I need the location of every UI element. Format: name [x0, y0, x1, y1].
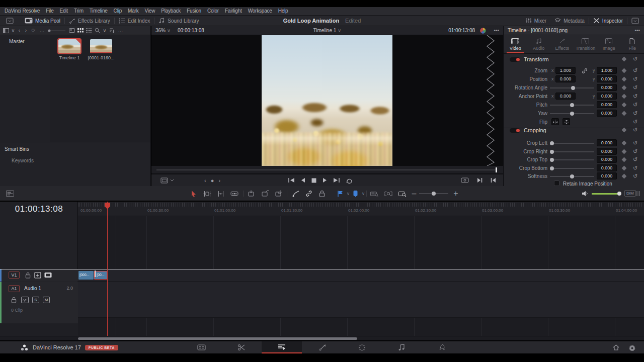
anchor-keyframe-icon[interactable]	[622, 94, 627, 99]
master-volume-slider[interactable]	[592, 193, 620, 195]
replace-clip-button[interactable]	[275, 190, 283, 198]
settings-gear-icon[interactable]	[626, 341, 638, 353]
media-pool-menu-icon[interactable]: …	[117, 27, 124, 34]
bin-list-toggle-icon[interactable]	[3, 27, 9, 34]
go-to-end-button[interactable]	[333, 177, 340, 183]
home-button[interactable]	[610, 341, 622, 353]
step-back-button[interactable]	[301, 177, 305, 183]
zoom-in-button[interactable]: +	[452, 190, 460, 198]
forward-button[interactable]: ›	[24, 27, 28, 34]
link-clips-button[interactable]	[305, 190, 313, 198]
search-icon[interactable]	[94, 27, 101, 34]
viewer-overlay-select[interactable]	[160, 177, 176, 184]
position-reset-icon[interactable]: ↺	[632, 76, 638, 82]
cropping-keyframe-icon[interactable]	[622, 128, 627, 133]
menu-trim[interactable]: Trim	[71, 7, 87, 15]
go-to-in-button[interactable]	[491, 177, 496, 183]
timeline-scrollbar-thumb[interactable]	[78, 337, 357, 340]
ui-layout-toggle[interactable]	[2, 16, 18, 26]
zoom-keyframe-icon[interactable]	[622, 68, 627, 73]
menu-color[interactable]: Color	[204, 7, 222, 15]
position-x-input[interactable]: 0.000	[555, 75, 576, 82]
yaw-reset-icon[interactable]: ↺	[632, 110, 638, 117]
smart-bin-keywords[interactable]: Keywords	[0, 152, 150, 163]
viewer-options-icon[interactable]: •••	[494, 28, 499, 33]
bin-master[interactable]: Master	[0, 35, 50, 44]
menu-fusion[interactable]: Fusion	[184, 7, 204, 15]
cropping-reset-icon[interactable]: ↺	[632, 127, 638, 133]
panel-resize-icon[interactable]	[634, 190, 642, 198]
refresh-icon[interactable]: ⟳	[30, 27, 37, 34]
stop-button[interactable]	[311, 178, 316, 183]
audio-track-lane[interactable]	[78, 282, 644, 317]
more-options-icon[interactable]: …	[39, 27, 45, 34]
go-to-start-button[interactable]	[288, 177, 295, 183]
crop-top-input[interactable]: 0.000	[597, 156, 617, 163]
audio-track-lock-icon[interactable]	[11, 297, 17, 303]
zoom-y-input[interactable]: 1.000	[597, 67, 617, 74]
zoom-reset-icon[interactable]: ↺	[632, 67, 638, 74]
back-button[interactable]: ‹	[17, 27, 22, 34]
anchor-x-input[interactable]: 0.000	[555, 93, 576, 100]
video-track-target[interactable]: V1	[9, 272, 20, 279]
loop-button[interactable]	[346, 177, 353, 184]
crop-bottom-reset-icon[interactable]: ↺	[632, 165, 638, 171]
softness-reset-icon[interactable]: ↺	[632, 173, 638, 179]
softness-input[interactable]: 0.000	[597, 172, 617, 179]
media-pool-button[interactable]: Media Pool	[21, 16, 64, 26]
softness-keyframe-icon[interactable]	[622, 174, 627, 179]
solo-button[interactable]: S	[32, 297, 39, 303]
timeline-clip-2[interactable]: [00...	[94, 271, 107, 280]
timeline-ruler[interactable]: 01:00:00:00 01:00:30:00 01:01:00:00 01:0…	[78, 202, 644, 216]
menu-view[interactable]: View	[141, 7, 158, 15]
menu-help[interactable]: Help	[275, 7, 291, 15]
page-edit[interactable]	[262, 341, 302, 353]
yaw-slider[interactable]	[550, 113, 594, 114]
dynamic-trim-tool[interactable]	[217, 190, 225, 198]
page-fairlight[interactable]	[395, 341, 408, 353]
page-cut[interactable]	[235, 341, 248, 353]
metadata-button[interactable]: Metadata	[550, 16, 589, 26]
softness-slider[interactable]	[550, 176, 594, 177]
flip-horizontal-button[interactable]	[551, 118, 559, 125]
disable-track-icon[interactable]	[44, 272, 52, 278]
inspector-button[interactable]: Inspector	[589, 16, 627, 26]
crop-right-keyframe-icon[interactable]	[622, 149, 627, 154]
audio-track-target[interactable]: A1	[9, 285, 20, 292]
timeline-clip-1[interactable]: [000...	[78, 271, 94, 280]
tab-effects[interactable]: Effects	[550, 35, 574, 53]
menu-clip[interactable]: Clip	[111, 7, 125, 15]
edit-index-button[interactable]: Edit Index	[115, 16, 154, 26]
timeline-zoom-slider[interactable]	[419, 193, 448, 194]
page-color[interactable]	[356, 341, 368, 353]
selection-tool[interactable]	[190, 190, 198, 198]
crop-left-reset-icon[interactable]: ↺	[632, 140, 638, 146]
menu-file[interactable]: File	[43, 7, 56, 15]
mute-button[interactable]: M	[43, 297, 50, 303]
pitch-keyframe-icon[interactable]	[622, 103, 627, 108]
crop-right-slider[interactable]	[550, 151, 594, 152]
tab-transition[interactable]: Transition	[574, 35, 598, 53]
color-viewer-icon[interactable]	[480, 28, 486, 34]
page-fusion[interactable]	[316, 341, 329, 353]
clip-thumbnail-png[interactable]	[90, 39, 112, 53]
crop-top-reset-icon[interactable]: ↺	[632, 156, 638, 163]
menu-app[interactable]: DaVinci Resolve	[2, 7, 43, 15]
crop-top-slider[interactable]	[550, 159, 594, 160]
tab-audio[interactable]: Audio	[527, 35, 551, 53]
playhead-line[interactable]	[107, 202, 108, 336]
pitch-input[interactable]: 0.000	[597, 101, 617, 108]
crop-right-reset-icon[interactable]: ↺	[632, 148, 638, 155]
yaw-keyframe-icon[interactable]	[622, 111, 627, 116]
cropping-toggle[interactable]	[510, 128, 520, 133]
tab-file[interactable]: File	[621, 35, 644, 53]
full-extent-zoom-button[interactable]	[370, 190, 378, 198]
trim-edit-tool[interactable]	[203, 190, 211, 198]
rotation-reset-icon[interactable]: ↺	[632, 84, 638, 91]
clip-thumbnail-timeline1[interactable]	[58, 39, 80, 53]
crop-bottom-slider[interactable]	[550, 168, 594, 169]
auto-select-icon[interactable]	[34, 272, 41, 279]
sort-icon[interactable]	[109, 27, 115, 34]
play-button[interactable]	[323, 177, 327, 183]
crop-left-slider[interactable]	[550, 143, 594, 144]
